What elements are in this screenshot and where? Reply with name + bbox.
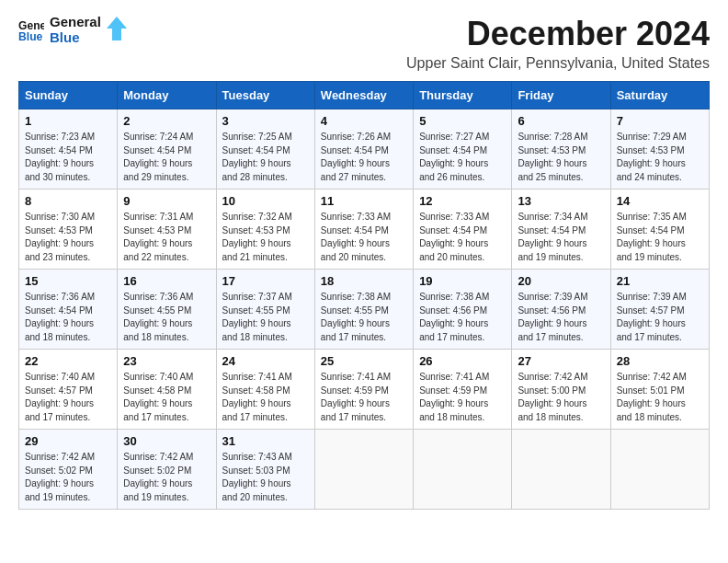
logo-icon: General Blue xyxy=(18,17,44,43)
day-info: Sunrise: 7:40 AM Sunset: 4:57 PM Dayligh… xyxy=(25,371,111,424)
calendar-week-row: 22Sunrise: 7:40 AM Sunset: 4:57 PM Dayli… xyxy=(19,350,710,430)
day-number: 23 xyxy=(123,354,210,368)
page-subtitle: Upper Saint Clair, Pennsylvania, United … xyxy=(406,55,710,72)
calendar-week-row: 1Sunrise: 7:23 AM Sunset: 4:54 PM Daylig… xyxy=(19,109,710,190)
calendar-day-cell: 30Sunrise: 7:42 AM Sunset: 5:02 PM Dayli… xyxy=(118,430,216,510)
calendar-day-cell: 7Sunrise: 7:29 AM Sunset: 4:53 PM Daylig… xyxy=(610,109,709,190)
calendar-day-cell: 20Sunrise: 7:39 AM Sunset: 4:56 PM Dayli… xyxy=(512,270,610,350)
day-info: Sunrise: 7:43 AM Sunset: 5:03 PM Dayligh… xyxy=(222,451,309,504)
day-number: 31 xyxy=(222,434,309,448)
day-info: Sunrise: 7:38 AM Sunset: 4:56 PM Dayligh… xyxy=(419,291,506,344)
logo-text-general: General xyxy=(50,15,101,30)
calendar-header-tuesday: Tuesday xyxy=(216,82,314,109)
calendar-day-cell: 17Sunrise: 7:37 AM Sunset: 4:55 PM Dayli… xyxy=(216,270,314,350)
calendar-table: SundayMondayTuesdayWednesdayThursdayFrid… xyxy=(18,81,710,510)
logo: General Blue General Blue xyxy=(18,15,127,45)
day-info: Sunrise: 7:36 AM Sunset: 4:54 PM Dayligh… xyxy=(25,291,111,344)
calendar-day-cell: 5Sunrise: 7:27 AM Sunset: 4:54 PM Daylig… xyxy=(414,109,512,190)
day-number: 11 xyxy=(321,194,407,208)
calendar-day-cell: 29Sunrise: 7:42 AM Sunset: 5:02 PM Dayli… xyxy=(19,430,118,510)
day-info: Sunrise: 7:30 AM Sunset: 4:53 PM Dayligh… xyxy=(25,211,111,264)
calendar-day-cell: 25Sunrise: 7:41 AM Sunset: 4:59 PM Dayli… xyxy=(314,350,413,430)
day-number: 7 xyxy=(617,114,703,128)
day-number: 9 xyxy=(123,194,210,208)
day-info: Sunrise: 7:32 AM Sunset: 4:53 PM Dayligh… xyxy=(222,211,309,264)
day-number: 13 xyxy=(518,194,604,208)
calendar-empty-cell xyxy=(610,430,709,510)
day-number: 17 xyxy=(222,274,309,288)
day-number: 24 xyxy=(222,354,309,368)
title-section: December 2024 Upper Saint Clair, Pennsyl… xyxy=(406,15,710,72)
day-number: 10 xyxy=(222,194,309,208)
calendar-day-cell: 10Sunrise: 7:32 AM Sunset: 4:53 PM Dayli… xyxy=(216,190,314,270)
calendar-week-row: 29Sunrise: 7:42 AM Sunset: 5:02 PM Dayli… xyxy=(19,430,710,510)
calendar-day-cell: 2Sunrise: 7:24 AM Sunset: 4:54 PM Daylig… xyxy=(118,109,216,190)
calendar-week-row: 8Sunrise: 7:30 AM Sunset: 4:53 PM Daylig… xyxy=(19,190,710,270)
day-number: 29 xyxy=(25,434,111,448)
calendar-header-thursday: Thursday xyxy=(414,82,512,109)
svg-text:Blue: Blue xyxy=(18,30,43,43)
day-number: 27 xyxy=(518,354,604,368)
day-info: Sunrise: 7:42 AM Sunset: 5:02 PM Dayligh… xyxy=(25,451,111,504)
calendar-empty-cell xyxy=(314,430,413,510)
day-number: 22 xyxy=(25,354,111,368)
day-info: Sunrise: 7:26 AM Sunset: 4:54 PM Dayligh… xyxy=(321,131,407,184)
day-info: Sunrise: 7:34 AM Sunset: 4:54 PM Dayligh… xyxy=(518,211,604,264)
day-number: 16 xyxy=(123,274,210,288)
page-title: December 2024 xyxy=(406,15,710,53)
day-number: 1 xyxy=(25,114,111,128)
day-number: 4 xyxy=(321,114,407,128)
calendar-day-cell: 9Sunrise: 7:31 AM Sunset: 4:53 PM Daylig… xyxy=(118,190,216,270)
day-info: Sunrise: 7:42 AM Sunset: 5:00 PM Dayligh… xyxy=(518,371,604,424)
calendar-day-cell: 13Sunrise: 7:34 AM Sunset: 4:54 PM Dayli… xyxy=(512,190,610,270)
day-info: Sunrise: 7:28 AM Sunset: 4:53 PM Dayligh… xyxy=(518,131,604,184)
day-number: 15 xyxy=(25,274,111,288)
calendar-empty-cell xyxy=(512,430,610,510)
day-number: 30 xyxy=(123,434,210,448)
day-number: 5 xyxy=(419,114,506,128)
day-number: 3 xyxy=(222,114,309,128)
calendar-header-monday: Monday xyxy=(118,82,216,109)
day-info: Sunrise: 7:36 AM Sunset: 4:55 PM Dayligh… xyxy=(123,291,210,344)
day-info: Sunrise: 7:27 AM Sunset: 4:54 PM Dayligh… xyxy=(419,131,506,184)
day-number: 21 xyxy=(617,274,703,288)
day-number: 2 xyxy=(123,114,210,128)
page-header: General Blue General Blue December 2024 … xyxy=(18,15,710,72)
day-info: Sunrise: 7:41 AM Sunset: 4:59 PM Dayligh… xyxy=(321,371,407,424)
calendar-day-cell: 26Sunrise: 7:41 AM Sunset: 4:59 PM Dayli… xyxy=(414,350,512,430)
day-number: 14 xyxy=(617,194,703,208)
day-info: Sunrise: 7:33 AM Sunset: 4:54 PM Dayligh… xyxy=(321,211,407,264)
calendar-day-cell: 3Sunrise: 7:25 AM Sunset: 4:54 PM Daylig… xyxy=(216,109,314,190)
calendar-day-cell: 12Sunrise: 7:33 AM Sunset: 4:54 PM Dayli… xyxy=(414,190,512,270)
day-info: Sunrise: 7:42 AM Sunset: 5:02 PM Dayligh… xyxy=(123,451,210,504)
day-info: Sunrise: 7:35 AM Sunset: 4:54 PM Dayligh… xyxy=(617,211,703,264)
calendar-week-row: 15Sunrise: 7:36 AM Sunset: 4:54 PM Dayli… xyxy=(19,270,710,350)
calendar-day-cell: 18Sunrise: 7:38 AM Sunset: 4:55 PM Dayli… xyxy=(314,270,413,350)
calendar-header-wednesday: Wednesday xyxy=(314,82,413,109)
day-info: Sunrise: 7:29 AM Sunset: 4:53 PM Dayligh… xyxy=(617,131,703,184)
calendar-day-cell: 14Sunrise: 7:35 AM Sunset: 4:54 PM Dayli… xyxy=(610,190,709,270)
day-info: Sunrise: 7:31 AM Sunset: 4:53 PM Dayligh… xyxy=(123,211,210,264)
calendar-header-friday: Friday xyxy=(512,82,610,109)
day-number: 12 xyxy=(419,194,506,208)
calendar-day-cell: 28Sunrise: 7:42 AM Sunset: 5:01 PM Dayli… xyxy=(610,350,709,430)
calendar-day-cell: 1Sunrise: 7:23 AM Sunset: 4:54 PM Daylig… xyxy=(19,109,118,190)
day-info: Sunrise: 7:38 AM Sunset: 4:55 PM Dayligh… xyxy=(321,291,407,344)
day-info: Sunrise: 7:40 AM Sunset: 4:58 PM Dayligh… xyxy=(123,371,210,424)
day-info: Sunrise: 7:37 AM Sunset: 4:55 PM Dayligh… xyxy=(222,291,309,344)
calendar-day-cell: 27Sunrise: 7:42 AM Sunset: 5:00 PM Dayli… xyxy=(512,350,610,430)
calendar-empty-cell xyxy=(414,430,512,510)
day-info: Sunrise: 7:41 AM Sunset: 4:59 PM Dayligh… xyxy=(419,371,506,424)
logo-triangle-icon xyxy=(107,17,127,40)
day-info: Sunrise: 7:25 AM Sunset: 4:54 PM Dayligh… xyxy=(222,131,309,184)
calendar-day-cell: 16Sunrise: 7:36 AM Sunset: 4:55 PM Dayli… xyxy=(118,270,216,350)
calendar-day-cell: 11Sunrise: 7:33 AM Sunset: 4:54 PM Dayli… xyxy=(314,190,413,270)
day-info: Sunrise: 7:41 AM Sunset: 4:58 PM Dayligh… xyxy=(222,371,309,424)
day-number: 18 xyxy=(321,274,407,288)
day-number: 6 xyxy=(518,114,604,128)
day-info: Sunrise: 7:39 AM Sunset: 4:57 PM Dayligh… xyxy=(617,291,703,344)
day-info: Sunrise: 7:24 AM Sunset: 4:54 PM Dayligh… xyxy=(123,131,210,184)
calendar-day-cell: 23Sunrise: 7:40 AM Sunset: 4:58 PM Dayli… xyxy=(118,350,216,430)
logo-text-blue: Blue xyxy=(50,30,101,46)
day-number: 8 xyxy=(25,194,111,208)
